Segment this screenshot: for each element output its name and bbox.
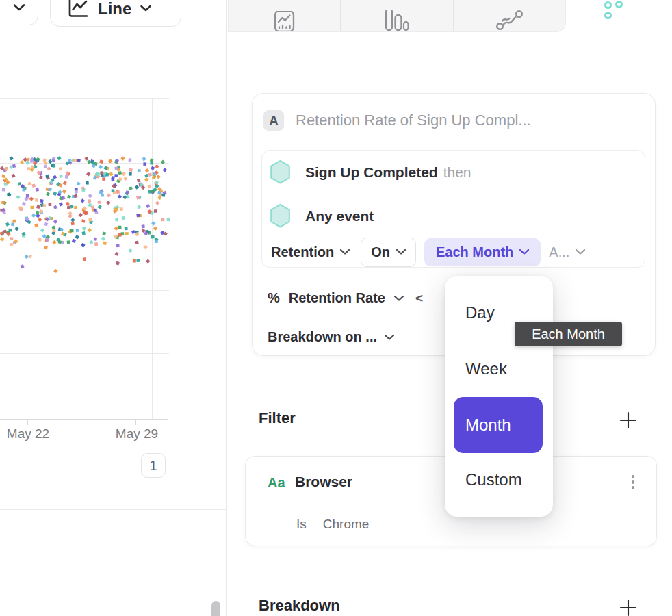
- teal-dot-icon: [615, 1, 623, 8]
- line-chart-icon: [68, 0, 89, 18]
- breakdown-on-dropdown[interactable]: Breakdown on ...: [268, 329, 394, 345]
- chart-type-label: Line: [98, 0, 131, 18]
- x-axis: [0, 419, 168, 425]
- chevron-down-icon: [519, 249, 529, 255]
- chevron-down-icon: [340, 249, 350, 255]
- tab-scatter-selected[interactable]: [604, 0, 632, 22]
- add-breakdown-button[interactable]: [619, 598, 638, 616]
- kebab-dot-icon: [632, 486, 635, 489]
- query-title[interactable]: Retention Rate of Sign Up Compl...: [296, 112, 531, 129]
- series-badge: A: [263, 110, 284, 131]
- collapsed-dropdown-button[interactable]: [0, 0, 38, 25]
- query-builder-panel: A Retention Rate of Sign Up Compl... Sig…: [227, 0, 672, 616]
- query-card-header: A Retention Rate of Sign Up Compl...: [263, 110, 531, 131]
- event-suffix: then: [443, 164, 471, 180]
- retention-scatter-chart: [0, 0, 226, 520]
- add-filter-button[interactable]: [619, 411, 638, 430]
- retention-controls-row: Retention On Each Month: [268, 237, 585, 267]
- menu-item-month-selected[interactable]: Month: [454, 397, 543, 453]
- event-row[interactable]: Any event: [270, 203, 374, 229]
- range-stepper-left[interactable]: <: [415, 291, 423, 306]
- property-type-icon: Aa: [268, 475, 285, 491]
- chevron-down-icon: [385, 335, 394, 340]
- funnel-bars-tab-icon: [384, 10, 409, 31]
- interval-tooltip: Each Month: [515, 322, 622, 346]
- analysis-type-dropdown[interactable]: Retention: [268, 244, 352, 260]
- x-tick-label: May 22: [4, 426, 52, 441]
- measure-dropdown[interactable]: Retention Rate: [289, 290, 385, 306]
- interval-dropdown[interactable]: Each Month: [424, 238, 541, 266]
- plus-icon: [619, 411, 637, 429]
- chevron-down-icon: [13, 4, 25, 11]
- line-chart-tab-icon: [273, 11, 296, 31]
- kebab-dot-icon: [632, 475, 635, 478]
- event-name: Sign Up Completed: [305, 164, 438, 180]
- event-hexagon-icon: [270, 159, 291, 185]
- breakdown-section-title: Breakdown: [259, 597, 340, 615]
- chevron-down-icon: [394, 296, 404, 301]
- percent-symbol: %: [268, 290, 280, 306]
- event-hexagon-icon: [270, 203, 291, 229]
- measure-row: % Retention Rate <: [268, 290, 423, 306]
- filter-section-title: Filter: [259, 409, 296, 427]
- teal-dot-icon: [604, 12, 612, 19]
- event-row[interactable]: Sign Up Completedthen: [270, 159, 471, 185]
- events-card: Sign Up Completedthen Any event Retentio…: [261, 150, 645, 268]
- chevron-down-icon: [576, 249, 585, 255]
- chart-type-button[interactable]: Line: [50, 0, 181, 27]
- chart-panel: May 22 May 29 1 Line: [0, 0, 226, 616]
- event-name: Any event: [305, 208, 374, 224]
- filter-value[interactable]: Chrome: [323, 517, 370, 532]
- menu-item-custom[interactable]: Custom: [465, 470, 522, 489]
- teal-dot-icon: [604, 1, 612, 9]
- tab-line-chart[interactable]: [229, 0, 340, 31]
- filter-condition-row: Is Chrome: [296, 517, 369, 532]
- plus-icon: [619, 599, 637, 616]
- flows-tab-icon: [495, 9, 524, 31]
- kebab-dot-icon: [632, 480, 635, 484]
- tab-flows[interactable]: [453, 0, 565, 31]
- scatter-dots-layer: [0, 156, 170, 273]
- retention-on-dropdown[interactable]: On: [361, 238, 416, 267]
- menu-item-week[interactable]: Week: [465, 359, 507, 378]
- divider: [0, 509, 226, 510]
- chevron-down-icon: [396, 249, 406, 255]
- scrollbar-thumb[interactable]: [211, 601, 220, 616]
- visualization-tab-bar: [228, 0, 566, 32]
- pagination-button[interactable]: 1: [141, 453, 166, 478]
- filter-kebab-menu[interactable]: [630, 475, 636, 491]
- tab-funnel-bars[interactable]: [340, 0, 452, 31]
- truncated-dropdown[interactable]: A...: [549, 244, 585, 260]
- filter-property-name[interactable]: Browser: [295, 474, 352, 490]
- x-tick-label: May 29: [113, 426, 161, 441]
- interval-menu: Day Week Month Custom: [445, 276, 553, 517]
- menu-item-day[interactable]: Day: [465, 303, 495, 322]
- filter-operator[interactable]: Is: [296, 517, 307, 532]
- chevron-down-icon: [140, 5, 151, 12]
